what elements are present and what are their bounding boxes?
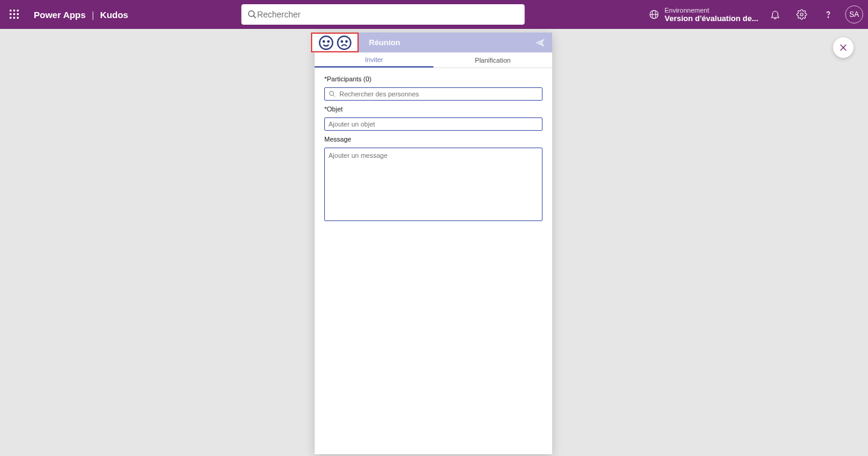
smile-icon [318, 35, 334, 51]
svg-rect-7 [13, 17, 15, 19]
svg-rect-1 [13, 10, 15, 11]
svg-point-23 [327, 40, 329, 42]
waffle-icon [10, 10, 19, 19]
svg-rect-3 [10, 13, 11, 15]
search-input[interactable] [257, 10, 518, 19]
svg-point-22 [323, 40, 324, 42]
close-icon [838, 43, 848, 52]
svg-point-15 [828, 17, 828, 17]
participants-input[interactable] [339, 90, 538, 98]
svg-rect-4 [13, 13, 15, 15]
participants-field[interactable] [324, 87, 542, 101]
svg-point-26 [345, 40, 347, 42]
svg-point-24 [338, 36, 351, 49]
bell-icon [770, 9, 781, 20]
svg-line-10 [253, 16, 256, 18]
frown-icon [336, 35, 352, 51]
svg-line-20 [333, 95, 335, 97]
notifications-button[interactable] [766, 5, 785, 24]
brand-name[interactable]: Power Apps [34, 10, 86, 20]
search-icon [329, 90, 336, 98]
send-icon [535, 37, 546, 48]
svg-rect-6 [10, 17, 11, 19]
svg-rect-0 [10, 10, 11, 11]
svg-point-19 [330, 92, 334, 96]
svg-rect-8 [17, 17, 19, 19]
canvas-area: Réunion Inviter Planification *Participa… [0, 29, 868, 456]
subject-input[interactable] [329, 120, 538, 128]
gear-icon [796, 9, 807, 20]
invite-form: *Participants (0) *Objet Message [315, 68, 552, 228]
app-name[interactable]: Kudos [100, 10, 128, 20]
svg-point-21 [319, 36, 333, 49]
globe-icon [649, 9, 659, 20]
search-icon [247, 10, 257, 19]
help-button[interactable] [819, 5, 838, 24]
svg-point-14 [800, 13, 804, 16]
brand-divider: | [92, 10, 94, 20]
participants-label: *Participants (0) [324, 75, 542, 83]
message-textarea[interactable] [324, 148, 542, 221]
global-search[interactable] [241, 4, 524, 25]
subject-label: *Objet [324, 105, 542, 113]
tab-schedule[interactable]: Planification [433, 52, 552, 67]
subject-field[interactable] [324, 117, 542, 131]
top-bar: Power Apps | Kudos Environnement Version… [0, 0, 868, 29]
svg-rect-5 [17, 13, 19, 15]
environment-name: Version d'évaluation de... [664, 14, 758, 23]
environment-selector[interactable]: Environnement Version d'évaluation de... [649, 7, 758, 23]
settings-button[interactable] [792, 5, 811, 24]
svg-rect-2 [17, 10, 19, 11]
tab-invite[interactable]: Inviter [315, 52, 433, 67]
message-label: Message [324, 136, 542, 143]
svg-point-9 [248, 11, 254, 16]
panel-tabs: Inviter Planification [315, 52, 552, 68]
brand-block: Power Apps | Kudos [34, 10, 128, 20]
feedback-highlight[interactable] [311, 33, 359, 52]
close-button[interactable] [833, 37, 854, 58]
user-initials: SA [849, 10, 859, 19]
environment-label: Environnement [664, 7, 758, 14]
user-avatar[interactable]: SA [845, 5, 863, 23]
topbar-right: Environnement Version d'évaluation de...… [649, 5, 863, 24]
app-launcher-button[interactable] [5, 5, 24, 24]
send-button[interactable] [533, 36, 547, 50]
environment-text: Environnement Version d'évaluation de... [664, 7, 758, 23]
meeting-panel: Réunion Inviter Planification *Participa… [315, 33, 552, 454]
help-icon [823, 9, 834, 20]
svg-point-25 [341, 40, 342, 42]
panel-title: Réunion [369, 38, 533, 47]
